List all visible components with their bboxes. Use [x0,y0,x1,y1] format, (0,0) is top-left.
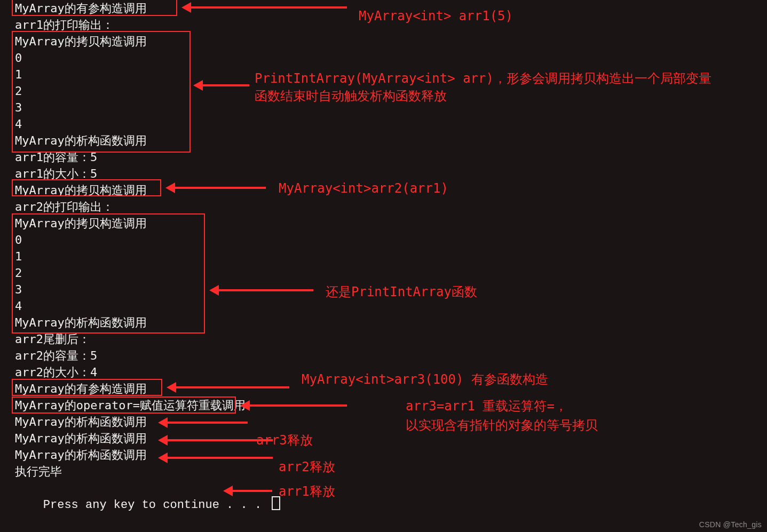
annotation-text: MyArray<int> arr1(5) [359,8,513,24]
console-line: arr1的大小：5 [15,165,280,182]
annotation-text: arr1释放 [279,483,335,499]
annotation-text: MyArray<int>arr3(100) 有参函数构造 [302,371,548,387]
console-line: 执行完毕 [15,463,280,480]
annotation-text: arr2释放 [279,459,335,475]
console-line: MyArray的有参构造调用 [15,380,280,397]
console-line: arr2的容量：5 [15,347,280,364]
console-line: MyArray的析构函数调用 [15,430,280,447]
console-line: MyArray的析构函数调用 [15,314,280,331]
console-prompt-text: Press any key to continue . . . [43,498,268,512]
annotation-text: PrintIntArray(MyArray<int> arr)，形参会调用拷贝构… [255,70,711,86]
console-output: MyArray的有参构造调用 arr1的打印输出： MyArray的拷贝构造调用… [15,0,280,530]
console-line: 2 [15,83,280,99]
console-line: 4 [15,116,280,132]
console-line: 2 [15,265,280,281]
console-line: 3 [15,99,280,116]
console-line: MyArray的operator=赋值运算符重载调用 [15,397,280,414]
annotation-text: 还是PrintIntArray函数 [326,284,477,300]
console-line: MyArray的拷贝构造调用 [15,182,280,198]
annotation-text: MyArray<int>arr2(arr1) [279,180,448,196]
console-line: 3 [15,281,280,298]
console-line: arr1的容量：5 [15,149,280,165]
console-line: 1 [15,66,280,83]
console-line: MyArray的析构函数调用 [15,447,280,463]
annotation-text: 函数结束时自动触发析构函数释放 [255,88,447,104]
console-line: 4 [15,298,280,314]
console-line: arr1的打印输出： [15,17,280,33]
annotation-text: arr3释放 [256,432,313,448]
annotation-text: 以实现含有指针的对象的等号拷贝 [406,417,598,433]
console-line: MyArray的析构函数调用 [15,132,280,149]
console-prompt-line: Press any key to continue . . . [15,480,280,530]
watermark-text: CSDN @Tech_gis [699,520,762,529]
console-line: 1 [15,248,280,265]
console-line: arr2的大小：4 [15,364,280,380]
console-line: 0 [15,50,280,66]
console-line: MyArray的有参构造调用 [15,0,280,17]
console-line: MyArray的拷贝构造调用 [15,215,280,232]
console-line: MyArray的拷贝构造调用 [15,33,280,50]
console-line: 0 [15,232,280,248]
console-line: arr2尾删后： [15,331,280,347]
console-line: arr2的打印输出： [15,198,280,215]
annotation-text: arr3=arr1 重载运算符=， [406,398,567,414]
console-line: MyArray的析构函数调用 [15,414,280,430]
